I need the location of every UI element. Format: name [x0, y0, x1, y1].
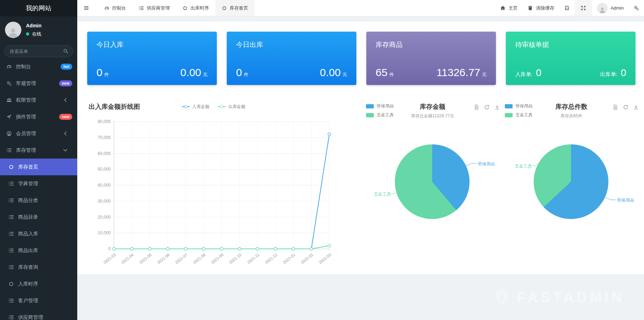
avatar [597, 3, 608, 14]
tab-出库时序[interactable]: 出库时序 [176, 0, 215, 16]
sidebar-item-商品入库[interactable]: 商品入库 [0, 225, 77, 242]
tab-供应商管理[interactable]: 供应商管理 [132, 0, 176, 16]
list-icon [9, 248, 14, 253]
pie-legend: 劳保用品五金工具 [366, 103, 394, 118]
nav-item-label: 主页 [508, 5, 518, 11]
save-image-icon[interactable] [494, 105, 500, 110]
restore-icon[interactable] [484, 105, 489, 110]
pie-legend: 劳保用品五金工具 [505, 103, 533, 118]
data-view-icon[interactable] [474, 105, 479, 110]
pie-chart-panel-amount: 劳保用品五金工具库存金额库存总金额11326.77元劳保用品五金工具 [363, 102, 502, 262]
tab-控制台[interactable]: 控制台 [98, 0, 132, 16]
list-icon [139, 6, 144, 11]
card-pair: 出库单:0 [600, 67, 626, 79]
save-image-icon[interactable] [633, 105, 639, 110]
book-icon [564, 5, 570, 11]
card-amount: 11326.77元 [436, 66, 487, 79]
data-view-icon[interactable] [613, 105, 618, 110]
badge-new: new [59, 80, 72, 86]
line-chart-title: 出入库金额折线图 [87, 102, 140, 111]
search-icon [63, 48, 68, 54]
gears-icon [6, 81, 12, 86]
sidebar-item-label: 商品目录 [18, 214, 72, 220]
clear-cache-link[interactable]: 清除缓存 [523, 0, 559, 16]
card-title: 库存商品 [376, 40, 487, 49]
sidebar-item-会员管理[interactable]: 会员管理 [0, 125, 77, 142]
line-chart-legend: 入库金额出库金额 [182, 104, 245, 110]
sidebar-item-label: 入库时序 [18, 281, 72, 287]
svg-text:2021-11: 2021-11 [246, 252, 260, 265]
circle-o-icon [183, 6, 188, 11]
sidebar-item-库存管理[interactable]: 库存管理 [0, 142, 77, 159]
svg-text:20,000: 20,000 [98, 215, 111, 220]
legend-swatch-icon [366, 104, 374, 108]
user-status-label: 在线 [32, 31, 41, 37]
svg-text:2022-02: 2022-02 [300, 252, 314, 265]
sidebar-item-库存查询[interactable]: 库存查询 [0, 259, 77, 276]
settings-button[interactable] [629, 0, 644, 16]
sidebar-item-入库时序[interactable]: 入库时序 [0, 276, 77, 292]
sidebar-item-插件管理[interactable]: 插件管理new [0, 108, 77, 125]
sidebar-item-权限管理[interactable]: 权限管理 [0, 92, 77, 108]
gauge-icon [104, 6, 109, 11]
app-root: 我的网站 Admin 在线 控制台hot常规管理new权限管理插件管理new会员… [0, 0, 644, 320]
user-menu[interactable]: Admin [592, 0, 629, 16]
user-circle-icon [6, 131, 12, 136]
legend-五金工具[interactable]: 五金工具 [366, 112, 394, 118]
sidebar-item-商品出库[interactable]: 商品出库 [0, 242, 77, 259]
sidebar-item-label: 控制台 [16, 64, 61, 70]
sidebar-item-控制台[interactable]: 控制台hot [0, 58, 77, 75]
fastadmin-watermark: FASTADMIN [493, 288, 624, 306]
tab-label: 出库时序 [190, 5, 209, 11]
sidebar-item-供应商管理[interactable]: 供应商管理 [0, 309, 77, 320]
home-link[interactable]: 主页 [495, 0, 523, 16]
legend-劳保用品[interactable]: 劳保用品 [505, 103, 533, 109]
language-button[interactable] [559, 0, 575, 16]
badge-new: new [59, 114, 72, 120]
sidebar-item-商品目录[interactable]: 商品目录 [0, 209, 77, 225]
stat-card-今日入库: 今日入库0件0.00元 [87, 32, 217, 85]
svg-text:2022-03: 2022-03 [318, 252, 332, 265]
legend-label: 劳保用品 [377, 103, 394, 109]
sidebar-item-客户管理[interactable]: 客户管理 [0, 292, 77, 309]
tab-库存首页[interactable]: 库存首页 [215, 0, 255, 16]
card-values-row: 0件0.00元 [236, 66, 347, 79]
legend-出库金额[interactable]: 出库金额 [218, 104, 245, 110]
avatar[interactable] [5, 22, 21, 38]
topbar: 控制台供应商管理出库时序库存首页 主页清除缓存Admin [77, 0, 644, 16]
svg-text:2021-06: 2021-06 [156, 252, 170, 265]
site-title: 我的网站 [0, 0, 77, 16]
card-amount-unit: 元 [342, 72, 347, 77]
sidebar-item-label: 库存查询 [18, 264, 72, 271]
search-menu-box [4, 45, 73, 57]
chevron-down-icon [63, 148, 68, 153]
fullscreen-button[interactable] [575, 0, 592, 16]
sidebar-item-库存首页[interactable]: 库存首页 [0, 159, 77, 175]
sidebar-item-字典管理[interactable]: 字典管理 [0, 175, 77, 192]
sidebar-item-商品分类[interactable]: 商品分类 [0, 192, 77, 209]
pie-toolbox [613, 105, 639, 110]
legend-劳保用品[interactable]: 劳保用品 [366, 103, 394, 109]
restore-icon[interactable] [623, 105, 628, 110]
legend-五金工具[interactable]: 五金工具 [505, 112, 533, 118]
sidebar-item-label: 会员管理 [16, 130, 63, 137]
circle-o-icon [9, 164, 14, 170]
list-icon [9, 181, 14, 186]
badge-hot: hot [61, 64, 72, 70]
card-values-row: 65件11326.77元 [376, 66, 487, 79]
legend-swatch-icon [366, 113, 374, 117]
card-amount-unit: 元 [203, 72, 208, 77]
svg-text:2021-12: 2021-12 [264, 252, 278, 265]
sidebar-item-常规管理[interactable]: 常规管理new [0, 75, 77, 92]
stat-card-待审核单据: 待审核单据入库单:0出库单:0 [506, 32, 635, 85]
legend-入库金额[interactable]: 入库金额 [182, 104, 209, 110]
svg-text:2021-07: 2021-07 [174, 252, 188, 265]
tab-label: 供应商管理 [147, 5, 170, 11]
sidebar-submenu: 库存首页字典管理商品分类商品目录商品入库商品出库库存查询入库时序客户管理供应商管… [0, 159, 77, 320]
watermark-text: FASTADMIN [517, 289, 624, 305]
legend-marker-icon [218, 106, 226, 107]
stat-card-今日出库: 今日出库0件0.00元 [227, 32, 356, 85]
sidebar-toggle-button[interactable] [77, 0, 95, 16]
chevron-left-icon [63, 97, 68, 103]
sidebar-item-label: 商品分类 [18, 197, 72, 204]
